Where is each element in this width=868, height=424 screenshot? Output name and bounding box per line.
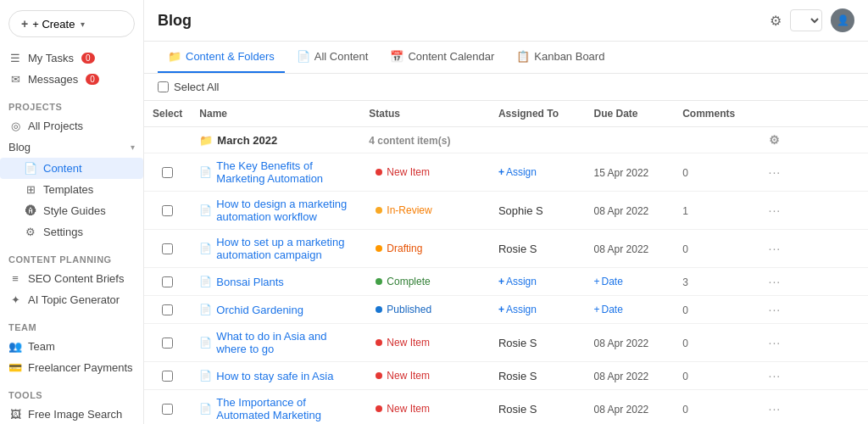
row-checkbox[interactable] — [162, 167, 173, 178]
row-gear-icon[interactable]: ⚙ — [769, 133, 780, 147]
my-tasks-badge: 0 — [81, 53, 95, 64]
sidebar-item-messages[interactable]: ✉ Messages 0 — [0, 69, 143, 90]
row-status-cell: Drafting — [360, 230, 490, 268]
row-duedate-cell: 08 Apr 2022 — [586, 362, 675, 390]
row-more-cell[interactable]: ··· — [760, 362, 869, 390]
item-name-link[interactable]: Orchid Gardening — [216, 304, 303, 316]
add-date-button[interactable]: + Date — [594, 304, 666, 315]
row-more-cell[interactable]: ··· — [760, 230, 869, 268]
tab-content-calendar[interactable]: 📅 Content Calendar — [380, 42, 504, 73]
row-checkbox[interactable] — [162, 243, 173, 254]
sidebar-item-seo[interactable]: ≡ SEO Content Briefs — [0, 268, 143, 289]
folder-tab-icon: 📁 — [168, 50, 181, 63]
row-status-cell: New Item — [360, 324, 490, 362]
sidebar-item-team[interactable]: 👥 Team — [0, 336, 143, 357]
assign-button[interactable]: + Assign — [498, 304, 577, 315]
item-name-link[interactable]: What to do in Asia and where to go — [216, 330, 352, 355]
more-options-icon[interactable]: ··· — [769, 303, 782, 316]
assigned-text: Sophie S — [498, 204, 543, 217]
avatar[interactable]: 👤 — [831, 8, 854, 32]
row-assigned-cell: Rosie S — [490, 390, 586, 425]
row-checkbox[interactable] — [162, 338, 173, 349]
sidebar-item-styleguides[interactable]: 🅐 Style Guides — [0, 200, 143, 221]
status-dot — [376, 278, 382, 285]
more-options-icon[interactable]: ··· — [769, 242, 782, 255]
more-options-icon[interactable]: ··· — [769, 336, 782, 349]
sidebar-item-content[interactable]: 📄 Content — [0, 158, 143, 179]
item-name-link[interactable]: How to design a marketing automation wor… — [216, 198, 352, 223]
seo-icon: ≡ — [8, 272, 22, 285]
col-select: Select — [144, 101, 191, 127]
tab-all-content[interactable]: 📄 All Content — [287, 42, 379, 73]
row-duedate-cell: + Date — [586, 268, 675, 296]
col-duedate: Due Date — [586, 101, 675, 127]
row-more-cell[interactable]: ··· — [760, 153, 869, 192]
more-options-icon[interactable]: ··· — [769, 369, 782, 382]
row-status-cell: In-Review — [360, 192, 490, 230]
row-name-cell: 📄 How to design a marketing automation w… — [191, 192, 360, 230]
table-row: 📄 The Key Benefits of Marketing Automati… — [144, 153, 868, 192]
sidebar-item-label: All Projects — [28, 120, 83, 132]
sidebar-item-freeimage[interactable]: 🖼 Free Image Search — [0, 404, 143, 424]
tab-content-folders[interactable]: 📁 Content & Folders — [158, 42, 285, 73]
sidebar-item-mytasks[interactable]: ☰ My Tasks 0 — [0, 47, 143, 69]
item-name-link[interactable]: The Importance of Automated Marketing — [216, 396, 352, 421]
row-assigned-cell: Rosie S — [490, 324, 586, 362]
more-options-icon[interactable]: ··· — [769, 275, 782, 288]
item-name-link[interactable]: The Key Benefits of Marketing Automation — [216, 159, 352, 185]
tab-kanban-board[interactable]: 📋 Kanban Board — [506, 42, 615, 73]
row-duedate-cell: 08 Apr 2022 — [586, 390, 675, 425]
header-select[interactable] — [790, 9, 822, 31]
row-checkbox[interactable] — [162, 276, 173, 287]
team-section-header: TEAM — [0, 315, 143, 336]
row-more-cell[interactable]: ··· — [760, 192, 869, 230]
assign-button[interactable]: + Assign — [498, 276, 577, 287]
content-planning-section-header: CONTENT PLANNING — [0, 248, 143, 268]
comment-count: 0 — [682, 167, 688, 179]
allcontent-tab-icon: 📄 — [297, 50, 310, 63]
row-checkbox[interactable] — [162, 304, 173, 315]
row-more-cell[interactable]: ··· — [760, 296, 869, 324]
sidebar-item-templates[interactable]: ⊞ Templates — [0, 179, 143, 200]
status-badge: In-Review — [369, 203, 438, 218]
item-name-link[interactable]: How to stay safe in Asia — [216, 370, 333, 382]
sidebar-item-label: Settings — [43, 226, 83, 238]
sidebar-item-freelancer[interactable]: 💳 Freelancer Payments — [0, 357, 143, 378]
row-status-cell: New Item — [360, 390, 490, 425]
sidebar-item-allprojects[interactable]: ◎ All Projects — [0, 115, 143, 137]
row-more-cell[interactable]: ··· — [760, 268, 869, 296]
row-assigned-cell: + Assign — [490, 296, 586, 324]
row-checkbox[interactable] — [162, 205, 173, 216]
row-checkbox-cell — [144, 390, 191, 425]
sidebar-item-blog[interactable]: Blog ▾ — [0, 137, 143, 158]
more-options-icon[interactable]: ··· — [769, 204, 782, 217]
sidebar-item-settings[interactable]: ⚙ Settings — [0, 221, 143, 243]
col-actions — [760, 101, 869, 127]
row-checkbox[interactable] — [162, 371, 173, 382]
row-comments-cell: 0 — [674, 153, 760, 192]
row-checkbox[interactable] — [162, 404, 173, 415]
status-badge: New Item — [369, 368, 437, 383]
item-name-link[interactable]: Bonsai Plants — [216, 276, 284, 288]
row-checkbox-cell — [144, 296, 191, 324]
sidebar-item-label: Free Image Search — [28, 408, 122, 421]
more-options-icon[interactable]: ··· — [769, 402, 782, 416]
create-button[interactable]: + + Create ▾ — [8, 10, 135, 37]
row-duedate-cell: 08 Apr 2022 — [586, 324, 675, 362]
assign-button[interactable]: + Assign — [498, 166, 577, 178]
row-duedate-cell: + Date — [586, 296, 675, 324]
folder-name-cell: 📁 March 2022 — [191, 127, 360, 153]
item-name-link[interactable]: How to set up a marketing automation cam… — [216, 236, 352, 261]
more-options-icon[interactable]: ··· — [769, 165, 782, 179]
add-date-button[interactable]: + Date — [594, 276, 666, 287]
toolbar: Select All — [144, 74, 868, 101]
row-more-cell[interactable]: ··· — [760, 390, 869, 425]
select-all-label[interactable]: Select All — [158, 81, 219, 93]
sidebar-item-aitopic[interactable]: ✦ AI Topic Generator — [0, 289, 143, 310]
row-more-cell[interactable]: ··· — [760, 324, 869, 362]
select-all-checkbox[interactable] — [158, 81, 169, 92]
row-assigned-cell: + Assign — [490, 268, 586, 296]
status-dot — [376, 372, 382, 379]
comment-count: 3 — [682, 276, 688, 288]
settings-gear-icon[interactable]: ⚙ — [770, 13, 782, 29]
